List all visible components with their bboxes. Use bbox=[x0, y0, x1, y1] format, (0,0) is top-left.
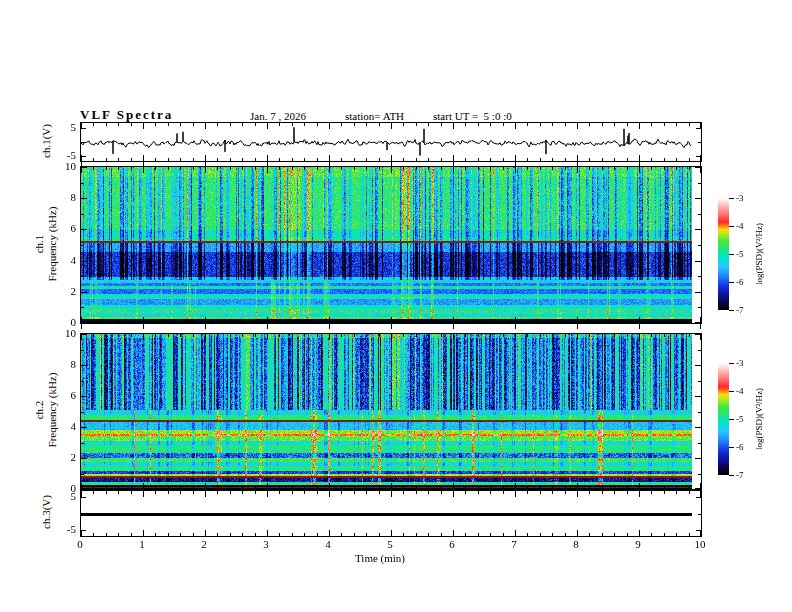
x-tick-label: 7 bbox=[511, 538, 517, 550]
y-tick bbox=[695, 458, 701, 459]
x-tick bbox=[118, 486, 119, 489]
x-tick bbox=[217, 334, 218, 337]
x-tick bbox=[279, 334, 280, 337]
colorbar-tick-label: -3 bbox=[736, 358, 744, 368]
x-tick bbox=[317, 167, 318, 170]
x-tick bbox=[317, 486, 318, 489]
ch1-frequency-axis-label: Frequency (kHz) bbox=[46, 207, 59, 282]
y-tick bbox=[81, 128, 86, 129]
y-tick bbox=[81, 261, 87, 262]
x-tick bbox=[366, 123, 367, 126]
x-tick bbox=[230, 123, 231, 126]
x-tick bbox=[664, 533, 665, 536]
x-tick bbox=[317, 533, 318, 536]
y-tick bbox=[81, 458, 87, 459]
x-tick bbox=[651, 491, 652, 494]
x-tick-label: 2 bbox=[201, 538, 207, 550]
x-tick bbox=[552, 320, 553, 323]
x-tick bbox=[614, 158, 615, 161]
x-tick bbox=[428, 123, 429, 126]
x-tick bbox=[329, 167, 330, 173]
x-tick bbox=[155, 533, 156, 536]
colorbar-tick bbox=[729, 475, 734, 476]
x-tick bbox=[242, 334, 243, 337]
x-tick bbox=[255, 334, 256, 337]
x-tick bbox=[639, 483, 640, 489]
x-tick bbox=[379, 320, 380, 323]
x-tick bbox=[205, 483, 206, 489]
x-tick bbox=[317, 158, 318, 161]
x-tick bbox=[304, 320, 305, 323]
x-tick bbox=[602, 167, 603, 170]
x-tick bbox=[478, 123, 479, 126]
x-tick bbox=[453, 530, 454, 536]
y-tick-label: 4 bbox=[54, 254, 76, 266]
x-tick bbox=[242, 158, 243, 161]
x-tick bbox=[465, 334, 466, 337]
x-tick bbox=[602, 320, 603, 323]
x-tick bbox=[465, 158, 466, 161]
x-tick bbox=[416, 123, 417, 126]
x-tick-outside bbox=[515, 324, 516, 329]
x-tick bbox=[527, 533, 528, 536]
x-tick bbox=[441, 486, 442, 489]
x-tick bbox=[155, 486, 156, 489]
x-tick bbox=[478, 320, 479, 323]
colorbar-tick-label: -5 bbox=[736, 414, 744, 424]
x-tick bbox=[441, 123, 442, 126]
x-tick bbox=[689, 158, 690, 161]
x-tick bbox=[255, 320, 256, 323]
x-tick bbox=[354, 533, 355, 536]
y-tick bbox=[698, 214, 701, 215]
x-tick bbox=[577, 123, 578, 129]
x-tick bbox=[428, 158, 429, 161]
x-tick bbox=[366, 167, 367, 170]
y-tick bbox=[81, 497, 86, 498]
y-tick bbox=[698, 443, 701, 444]
x-tick bbox=[168, 320, 169, 323]
x-tick bbox=[366, 486, 367, 489]
y-tick bbox=[695, 322, 701, 323]
x-tick bbox=[131, 320, 132, 323]
x-tick bbox=[490, 486, 491, 489]
x-tick bbox=[242, 491, 243, 494]
ch1-spectrogram-panel bbox=[80, 166, 702, 324]
x-tick bbox=[354, 334, 355, 337]
x-tick bbox=[143, 334, 144, 340]
ch1-voltage-waveform-canvas bbox=[81, 123, 692, 161]
x-tick bbox=[651, 533, 652, 536]
x-tick bbox=[180, 320, 181, 323]
x-tick bbox=[143, 123, 144, 129]
x-tick bbox=[552, 123, 553, 126]
x-tick bbox=[118, 158, 119, 161]
x-tick bbox=[540, 334, 541, 337]
x-tick-outside bbox=[81, 324, 82, 329]
x-tick bbox=[503, 334, 504, 337]
x-tick bbox=[441, 491, 442, 494]
x-tick bbox=[279, 491, 280, 494]
y-tick bbox=[695, 334, 701, 335]
x-tick bbox=[527, 158, 528, 161]
x-tick bbox=[589, 334, 590, 337]
ch1-spectrogram-ylabel: ch.1 Frequency (kHz) bbox=[33, 207, 59, 282]
x-tick bbox=[478, 334, 479, 337]
x-tick bbox=[205, 167, 206, 173]
x-tick bbox=[515, 483, 516, 489]
x-tick bbox=[193, 486, 194, 489]
x-tick bbox=[292, 533, 293, 536]
x-tick bbox=[255, 491, 256, 494]
vlf-spectra-figure: VLF Spectra Jan. 7 , 2026 station= ATH s… bbox=[0, 0, 792, 612]
x-tick bbox=[391, 167, 392, 173]
x-tick bbox=[168, 167, 169, 170]
x-tick bbox=[292, 491, 293, 494]
x-tick bbox=[379, 533, 380, 536]
x-tick bbox=[627, 533, 628, 536]
x-tick bbox=[453, 483, 454, 489]
ch2-spectrogram-canvas bbox=[81, 334, 692, 489]
y-tick bbox=[696, 530, 701, 531]
x-tick bbox=[131, 486, 132, 489]
x-tick bbox=[565, 486, 566, 489]
x-tick bbox=[230, 158, 231, 161]
x-tick bbox=[676, 158, 677, 161]
colorbar-tick-label: -7 bbox=[736, 305, 744, 315]
